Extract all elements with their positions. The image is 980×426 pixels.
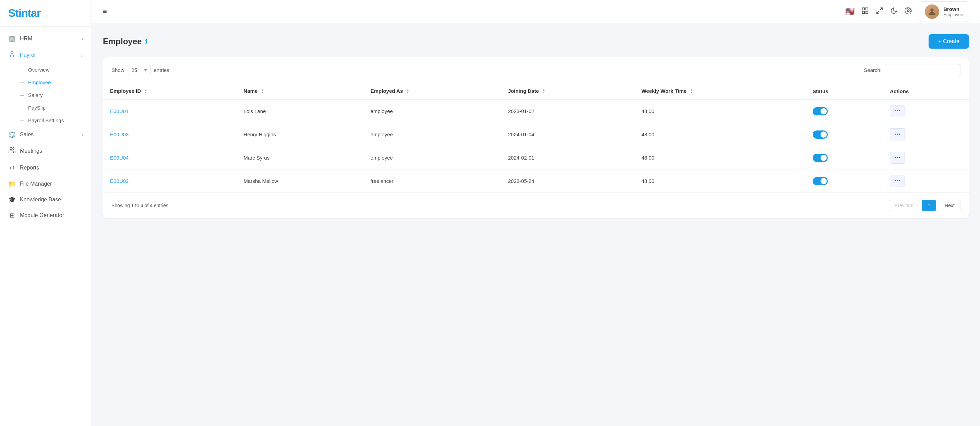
- svg-line-10: [877, 11, 879, 13]
- status-toggle[interactable]: [813, 107, 828, 116]
- actions-menu-button[interactable]: ···: [890, 105, 905, 117]
- status-toggle[interactable]: [813, 154, 828, 162]
- svg-line-9: [880, 8, 882, 10]
- status-toggle[interactable]: [813, 130, 828, 139]
- status-toggle[interactable]: [813, 177, 828, 185]
- employee-id-link[interactable]: E00U04: [110, 155, 129, 161]
- pagination-row: Showing 1 to 4 of 4 entries Previous 1 N…: [103, 192, 969, 218]
- table-row: E00U01 Lois Lane employee 2023-01-02 48:…: [103, 99, 969, 123]
- cell-employee-id: E00U03: [103, 123, 237, 146]
- show-label: Show: [111, 67, 124, 73]
- info-icon[interactable]: ℹ: [145, 38, 148, 45]
- col-name[interactable]: Name ▲▼: [237, 83, 363, 99]
- payslip-label: PaySlip: [28, 105, 46, 111]
- col-employed-as[interactable]: Employed As ▲▼: [364, 83, 501, 99]
- sort-icon: ▲▼: [144, 89, 147, 94]
- fullscreen-icon[interactable]: [876, 7, 883, 16]
- knowledge-base-label: Knowledge Base: [20, 196, 83, 203]
- employee-id-link[interactable]: E00U01: [110, 108, 129, 114]
- sidebar-item-payroll-settings[interactable]: Payroll Settings: [0, 114, 92, 127]
- file-manager-label: File Manager: [20, 181, 83, 187]
- language-flag-icon[interactable]: 🇺🇸: [845, 7, 854, 16]
- settings-icon[interactable]: [905, 7, 912, 16]
- cell-status: [806, 146, 883, 169]
- search-row: Search:: [864, 64, 961, 76]
- toggle-wrapper: [813, 107, 877, 116]
- payroll-icon: [8, 51, 16, 59]
- sidebar-item-label: HRM: [20, 36, 78, 42]
- next-button[interactable]: Next: [939, 200, 961, 211]
- svg-rect-6: [866, 8, 868, 10]
- pagination-info: Showing 1 to 4 of 4 entries: [111, 203, 169, 208]
- pagination-buttons: Previous 1 Next: [889, 200, 961, 211]
- create-button[interactable]: + Create: [929, 34, 969, 49]
- actions-menu-button[interactable]: ···: [890, 128, 905, 140]
- col-weekly-work-time[interactable]: Weekly Work Time ▲▼: [635, 83, 806, 99]
- actions-menu-button[interactable]: ···: [890, 152, 905, 164]
- previous-button[interactable]: Previous: [889, 200, 919, 211]
- hamburger-menu-icon[interactable]: ≡: [103, 8, 107, 16]
- page-1-button[interactable]: 1: [922, 200, 936, 211]
- sidebar-item-salary[interactable]: Salary: [0, 89, 92, 101]
- hrm-icon: 🏢: [8, 35, 16, 43]
- entries-select[interactable]: 25 10 50 100: [128, 65, 151, 75]
- header: ≡ 🇺🇸 Brown: [92, 0, 980, 23]
- main-content: Employee ℹ + Create Show 25 10 50 100 en…: [92, 23, 980, 426]
- sidebar-item-payroll[interactable]: Payroll ⌄: [0, 47, 92, 63]
- user-profile[interactable]: Brown Employee: [919, 2, 969, 22]
- reports-icon: [8, 163, 16, 172]
- sort-icon: ▲▼: [542, 89, 545, 94]
- col-employee-id[interactable]: Employee ID ▲▼: [103, 83, 237, 99]
- svg-rect-5: [862, 8, 864, 10]
- actions-menu-button[interactable]: ···: [890, 175, 905, 187]
- sidebar-item-payslip[interactable]: PaySlip: [0, 101, 92, 114]
- svg-point-1: [10, 147, 12, 150]
- cell-employed-as: employee: [364, 123, 501, 146]
- sidebar-item-employee[interactable]: Employee: [0, 76, 92, 89]
- cell-status: [806, 123, 883, 146]
- meetings-icon: [8, 147, 16, 155]
- sidebar-item-module-generator[interactable]: ⊞ Module Generator: [0, 207, 92, 223]
- sidebar-item-hrm[interactable]: 🏢 HRM ›: [0, 31, 92, 47]
- reports-label: Reports: [20, 165, 83, 171]
- cell-joining-date: 2024-01-04: [501, 123, 634, 146]
- avatar-image: [925, 5, 939, 19]
- sidebar-item-overview[interactable]: Overview: [0, 63, 92, 76]
- cell-name: Henry Higgins: [237, 123, 363, 146]
- user-role: Employee: [943, 12, 963, 17]
- avatar: [925, 5, 939, 19]
- chevron-down-icon: ⌄: [80, 53, 83, 57]
- show-entries-control: Show 25 10 50 100 entries: [111, 65, 169, 75]
- cell-actions: ···: [883, 123, 969, 146]
- user-info: Brown Employee: [943, 6, 963, 17]
- payroll-settings-label: Payroll Settings: [28, 117, 64, 123]
- table-row: E00U02 Marsha Mellow freelancer 2022-05-…: [103, 169, 969, 193]
- sidebar-item-file-manager[interactable]: 📁 File Manager: [0, 176, 92, 192]
- cell-employee-id: E00U01: [103, 99, 237, 123]
- employee-id-link[interactable]: E00U02: [110, 178, 129, 184]
- col-actions: Actions: [883, 83, 969, 99]
- employee-id-link[interactable]: E00U03: [110, 131, 129, 137]
- sidebar-item-meetings[interactable]: Meetings: [0, 143, 92, 159]
- dark-mode-icon[interactable]: [890, 7, 898, 16]
- sales-label: Sales: [20, 131, 78, 138]
- table-row: E00U03 Henry Higgins employee 2024-01-04…: [103, 123, 969, 146]
- col-joining-date[interactable]: Joining Date ▲▼: [501, 83, 634, 99]
- sidebar: Stintar 🏢 HRM › Payroll ⌄ Overview Emplo…: [0, 0, 92, 426]
- sidebar-item-reports[interactable]: Reports: [0, 159, 92, 176]
- search-input[interactable]: [885, 64, 961, 76]
- header-left: ≡: [103, 8, 107, 16]
- cell-name: Marsha Mellow: [237, 169, 363, 193]
- sidebar-item-sales[interactable]: ⚖️ Sales ›: [0, 127, 92, 143]
- main-area: ≡ 🇺🇸 Brown: [92, 0, 980, 426]
- apps-grid-icon[interactable]: [861, 7, 869, 16]
- cell-weekly-work-time: 48:00: [635, 123, 806, 146]
- cell-joining-date: 2024-02-01: [501, 146, 634, 169]
- employee-table: Employee ID ▲▼ Name ▲▼ Employed As ▲▼: [103, 83, 969, 192]
- cell-weekly-work-time: 48:00: [635, 146, 806, 169]
- cell-employed-as: freelancer: [364, 169, 501, 193]
- search-label: Search:: [864, 67, 881, 73]
- entries-label: entries: [154, 67, 169, 73]
- svg-rect-7: [862, 11, 864, 13]
- sidebar-item-knowledge-base[interactable]: 🎓 Knowledge Base: [0, 192, 92, 207]
